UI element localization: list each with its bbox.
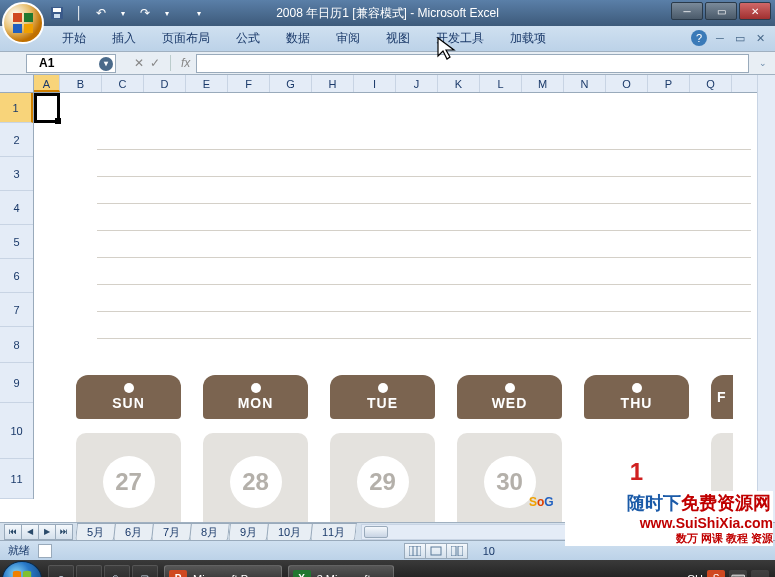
taskbar-app-excel[interactable]: X 3 Microsoft ... <box>288 565 394 578</box>
active-cell[interactable] <box>34 93 60 123</box>
column-header[interactable]: D <box>144 75 186 92</box>
sheet-tab-label: 10月 <box>278 525 301 540</box>
column-header[interactable]: P <box>648 75 690 92</box>
column-header[interactable]: M <box>522 75 564 92</box>
qat-dd2-icon[interactable]: ▾ <box>160 6 174 20</box>
sheet-tab[interactable]: 5月 <box>75 523 116 541</box>
ql-desktop-icon[interactable]: ▭ <box>76 565 102 578</box>
help-icon[interactable]: ? <box>691 30 707 46</box>
column-header[interactable]: I <box>354 75 396 92</box>
name-box-dropdown-icon[interactable]: ▾ <box>99 57 113 71</box>
column-header[interactable]: A <box>34 75 60 92</box>
svg-rect-12 <box>458 546 463 556</box>
cells-area[interactable]: SUNMONTUEWEDTHUF 272829301劳动节 <box>34 93 757 522</box>
sheet-tab[interactable]: 6月 <box>113 523 154 541</box>
tab-developer[interactable]: 开发工具 <box>434 26 486 51</box>
sheet-tab[interactable]: 7月 <box>151 523 192 541</box>
close-button[interactable]: ✕ <box>739 2 771 20</box>
vertical-scrollbar[interactable] <box>757 75 775 522</box>
row-header[interactable]: 5 <box>0 225 33 259</box>
calendar-day-cell: 29 <box>330 433 435 522</box>
tab-review[interactable]: 审阅 <box>334 26 362 51</box>
column-header[interactable]: B <box>60 75 102 92</box>
ql-switch-icon[interactable]: ⧉ <box>132 565 158 578</box>
sheet-tab[interactable]: 8月 <box>189 523 230 541</box>
view-pagebreak-button[interactable] <box>446 543 468 559</box>
qat-more-icon[interactable]: ▾ <box>192 6 206 20</box>
tab-insert[interactable]: 插入 <box>110 26 138 51</box>
sheet-tab[interactable]: 11月 <box>310 523 357 541</box>
workbook-restore-icon[interactable]: ▭ <box>733 31 747 45</box>
row-header[interactable]: 4 <box>0 191 33 225</box>
workbook-close-icon[interactable]: ✕ <box>753 31 767 45</box>
row-header[interactable]: 3 <box>0 157 33 191</box>
hscroll-thumb[interactable] <box>364 526 388 538</box>
horizontal-scrollbar[interactable] <box>361 524 757 540</box>
taskbar-app-powerpoint[interactable]: P Microsoft Pow... <box>164 565 282 578</box>
name-box-value: A1 <box>39 56 54 70</box>
formula-input[interactable] <box>196 54 749 73</box>
column-header[interactable]: F <box>228 75 270 92</box>
macro-record-icon[interactable] <box>38 544 52 558</box>
qat-dd-icon[interactable]: ▾ <box>116 6 130 20</box>
row-header[interactable]: 2 <box>0 123 33 157</box>
row-header[interactable]: 10 <box>0 403 33 459</box>
tab-pagelayout[interactable]: 页面布局 <box>160 26 212 51</box>
row-header[interactable]: 7 <box>0 293 33 327</box>
column-header[interactable]: K <box>438 75 480 92</box>
tab-addins[interactable]: 加载项 <box>508 26 548 51</box>
row-header[interactable]: 9 <box>0 363 33 403</box>
fx-icon[interactable]: fx <box>181 56 190 70</box>
zoom-value[interactable]: 10 <box>483 545 495 557</box>
undo-icon[interactable]: ↶ <box>94 6 108 20</box>
sheet-last-button[interactable]: ⏭ <box>55 524 73 540</box>
view-normal-button[interactable] <box>404 543 426 559</box>
column-header[interactable]: J <box>396 75 438 92</box>
minimize-button[interactable]: ─ <box>671 2 703 20</box>
calendar-day-cell: 1劳动节 <box>584 433 689 522</box>
office-button[interactable] <box>2 2 44 44</box>
cancel-formula-icon[interactable]: ✕ <box>134 56 144 70</box>
windows-taskbar: e ▭ 🗀 ⧉ P Microsoft Pow... X 3 Microsoft… <box>0 560 775 577</box>
column-header[interactable]: H <box>312 75 354 92</box>
sheet-tab[interactable]: 10月 <box>266 523 313 541</box>
view-pagelayout-button[interactable] <box>425 543 447 559</box>
column-header[interactable]: G <box>270 75 312 92</box>
row-header[interactable]: 6 <box>0 259 33 293</box>
sheet-prev-button[interactable]: ◀ <box>21 524 39 540</box>
ime-lang[interactable]: CH <box>687 573 703 578</box>
redo-icon[interactable]: ↷ <box>138 6 152 20</box>
enter-formula-icon[interactable]: ✓ <box>150 56 160 70</box>
ql-explorer-icon[interactable]: 🗀 <box>104 565 130 578</box>
tray-sogou-icon[interactable]: S <box>707 570 725 578</box>
sheet-next-button[interactable]: ▶ <box>38 524 56 540</box>
row-header[interactable]: 11 <box>0 459 33 499</box>
column-header[interactable]: E <box>186 75 228 92</box>
day-header-label: THU <box>621 395 653 411</box>
select-all-button[interactable] <box>0 75 34 93</box>
sheet-tab[interactable]: 9月 <box>228 523 269 541</box>
column-header[interactable]: C <box>102 75 144 92</box>
tab-view[interactable]: 视图 <box>384 26 412 51</box>
row-header[interactable]: 1 <box>0 93 33 123</box>
save-icon[interactable] <box>50 6 64 20</box>
sheet-first-button[interactable]: ⏮ <box>4 524 22 540</box>
expand-formula-icon[interactable]: ⌄ <box>755 55 771 71</box>
tab-home[interactable]: 开始 <box>60 26 88 51</box>
maximize-button[interactable]: ▭ <box>705 2 737 20</box>
row-header[interactable]: 8 <box>0 327 33 363</box>
ql-ie-icon[interactable]: e <box>48 565 74 578</box>
tray-more-icon[interactable]: ⋯ <box>751 570 769 578</box>
column-header[interactable]: N <box>564 75 606 92</box>
tab-formulas[interactable]: 公式 <box>234 26 262 51</box>
tab-data[interactable]: 数据 <box>284 26 312 51</box>
calendar-day-number: 27 <box>103 456 155 508</box>
ribbon-minimize-icon[interactable]: ─ <box>713 31 727 45</box>
column-header[interactable]: L <box>480 75 522 92</box>
column-header[interactable]: Q <box>690 75 732 92</box>
separator <box>170 55 171 71</box>
start-button[interactable] <box>2 561 42 578</box>
name-box[interactable]: A1 ▾ <box>26 54 116 73</box>
tray-keyboard-icon[interactable]: ⌨ <box>729 570 747 578</box>
column-header[interactable]: O <box>606 75 648 92</box>
